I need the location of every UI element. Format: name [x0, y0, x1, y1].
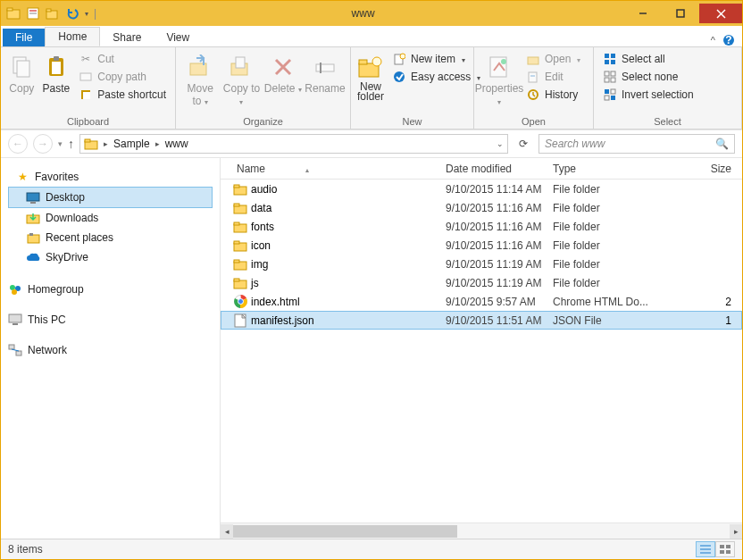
group-new: New folder New item Easy access New: [351, 47, 474, 129]
select-all-button[interactable]: Select all: [599, 51, 697, 67]
breadcrumb[interactable]: ▸ Sample ▸ www ⌄: [79, 134, 508, 154]
icons-view-button[interactable]: [715, 541, 735, 557]
scrollbar-thumb[interactable]: [233, 525, 457, 538]
nav-downloads[interactable]: Downloads: [8, 208, 213, 228]
file-date: 9/10/2015 11:16 AM: [446, 239, 553, 252]
file-row[interactable]: img9/10/2015 11:19 AMFile folder: [221, 255, 742, 273]
nav-homegroup[interactable]: Homegroup: [1, 280, 220, 299]
file-row[interactable]: index.html9/10/2015 9:57 AMChrome HTML D…: [221, 292, 742, 311]
chevron-right-icon[interactable]: ▸: [154, 139, 162, 148]
nav-recent-places[interactable]: Recent places: [8, 228, 213, 247]
quick-access-toolbar: ▾ |: [1, 6, 102, 21]
new-folder-icon[interactable]: [46, 6, 60, 21]
close-button[interactable]: [699, 4, 742, 23]
undo-icon[interactable]: [65, 6, 79, 21]
cut-button[interactable]: ✂Cut: [75, 51, 170, 67]
svg-rect-16: [52, 62, 61, 74]
svg-rect-63: [13, 323, 18, 325]
qat-dropdown-icon[interactable]: ▾: [85, 10, 88, 18]
rename-button[interactable]: Rename: [305, 51, 345, 95]
folder-icon: [233, 276, 247, 290]
new-folder-icon: [356, 53, 385, 81]
folder-icon: [233, 238, 247, 253]
copy-path-button[interactable]: Copy path: [75, 69, 170, 85]
search-icon: 🔍: [715, 138, 729, 150]
file-row[interactable]: fonts9/10/2015 11:16 AMFile folder: [221, 217, 742, 236]
file-row[interactable]: audio9/10/2015 11:14 AMFile folder: [221, 180, 742, 198]
svg-rect-36: [528, 57, 538, 64]
nav-network[interactable]: Network: [1, 340, 220, 360]
file-row[interactable]: js9/10/2015 11:19 AMFile folder: [221, 273, 742, 292]
delete-button[interactable]: Delete ▾: [264, 51, 302, 95]
properties-icon[interactable]: [26, 6, 40, 21]
svg-rect-64: [9, 345, 14, 349]
breadcrumb-leaf[interactable]: www: [165, 138, 188, 150]
new-item-button[interactable]: New item: [388, 51, 484, 67]
nav-skydrive[interactable]: SkyDrive: [8, 247, 213, 267]
paste-shortcut-button[interactable]: Paste shortcut: [75, 87, 170, 103]
scroll-right-icon[interactable]: ▸: [730, 524, 742, 539]
paste-shortcut-icon: [79, 88, 93, 102]
network-icon: [8, 343, 22, 357]
refresh-button[interactable]: ⟳: [513, 134, 533, 154]
column-name[interactable]: Name▴: [221, 163, 446, 175]
properties-button[interactable]: Properties ▾: [480, 51, 519, 107]
nav-favorites[interactable]: ★Favorites: [8, 167, 213, 187]
minimize-ribbon-icon[interactable]: ^: [711, 35, 715, 46]
search-placeholder: Search www: [545, 138, 605, 150]
breadcrumb-root[interactable]: Sample: [113, 138, 150, 150]
invert-selection-button[interactable]: Invert selection: [599, 87, 697, 103]
sort-indicator-icon: ▴: [305, 166, 309, 174]
svg-rect-6: [46, 9, 51, 12]
svg-text:?: ?: [725, 34, 731, 46]
up-button[interactable]: ↑: [68, 137, 74, 151]
details-view-button[interactable]: [696, 541, 715, 557]
paste-button[interactable]: Paste: [41, 51, 72, 95]
file-row[interactable]: manifest.json9/10/2015 11:51 AMJSON File…: [221, 311, 742, 330]
nav-desktop[interactable]: Desktop: [8, 187, 213, 208]
svg-rect-47: [611, 78, 615, 82]
copy-to-button[interactable]: Copy to ▾: [222, 51, 260, 107]
delete-icon: [269, 53, 297, 81]
svg-rect-78: [234, 279, 239, 281]
tab-file[interactable]: File: [3, 29, 45, 46]
open-button[interactable]: Open: [522, 51, 584, 67]
column-size[interactable]: Size: [660, 163, 742, 175]
status-bar: 8 items: [1, 539, 742, 559]
horizontal-scrollbar[interactable]: ◂ ▸: [221, 522, 742, 539]
navigation-pane[interactable]: ★Favorites Desktop Downloads Recent plac…: [1, 158, 221, 539]
maximize-button[interactable]: [662, 4, 699, 23]
title-bar: ▾ | www: [1, 1, 742, 26]
chevron-right-icon[interactable]: ▸: [102, 139, 110, 148]
nav-this-pc[interactable]: This PC: [1, 310, 220, 330]
file-row[interactable]: icon9/10/2015 11:16 AMFile folder: [221, 236, 742, 255]
help-icon[interactable]: ?: [722, 34, 735, 46]
easy-access-button[interactable]: Easy access: [388, 69, 484, 85]
recent-locations-icon[interactable]: ▾: [58, 139, 63, 148]
column-type[interactable]: Type: [553, 163, 660, 175]
group-select: Select all Select none Invert selection …: [594, 47, 742, 129]
file-type: JSON File: [553, 314, 660, 327]
file-date: 9/10/2015 11:51 AM: [446, 314, 553, 327]
scroll-left-icon[interactable]: ◂: [221, 524, 233, 539]
breadcrumb-dropdown-icon[interactable]: ⌄: [497, 139, 504, 148]
select-none-button[interactable]: Select none: [599, 69, 697, 85]
tab-home[interactable]: Home: [45, 27, 100, 46]
file-rows: audio9/10/2015 11:14 AMFile folderdata9/…: [221, 180, 742, 522]
tab-share[interactable]: Share: [100, 29, 154, 46]
back-button[interactable]: ←: [8, 134, 28, 154]
minimize-button[interactable]: [624, 4, 662, 23]
file-row[interactable]: data9/10/2015 11:16 AMFile folder: [221, 198, 742, 217]
column-date[interactable]: Date modified: [446, 163, 553, 175]
move-to-button[interactable]: Move to ▾: [181, 51, 219, 107]
file-date: 9/10/2015 11:14 AM: [446, 183, 553, 196]
tab-view[interactable]: View: [154, 29, 202, 46]
forward-button[interactable]: →: [33, 134, 53, 154]
group-clipboard: Copy Paste ✂Cut Copy path Paste shortcut…: [1, 47, 176, 129]
copy-button[interactable]: Copy: [6, 51, 38, 95]
new-folder-button[interactable]: New folder: [356, 51, 385, 102]
file-type: File folder: [553, 258, 660, 271]
search-input[interactable]: Search www 🔍: [538, 134, 735, 154]
history-button[interactable]: History: [522, 87, 584, 103]
edit-button[interactable]: Edit: [522, 69, 584, 85]
